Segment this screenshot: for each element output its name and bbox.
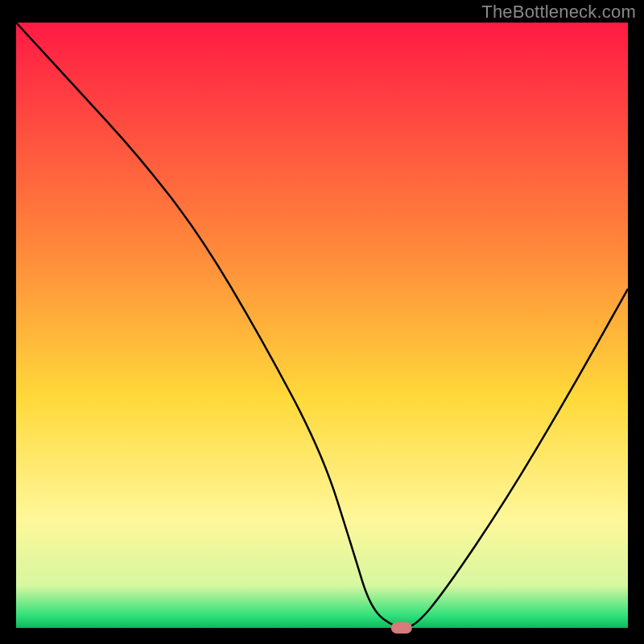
attribution-text: TheBottleneck.com <box>481 2 636 23</box>
bottleneck-chart <box>0 0 644 644</box>
svg-rect-1 <box>16 23 628 628</box>
optimal-marker <box>391 622 412 634</box>
chart-container: TheBottleneck.com <box>0 0 644 644</box>
